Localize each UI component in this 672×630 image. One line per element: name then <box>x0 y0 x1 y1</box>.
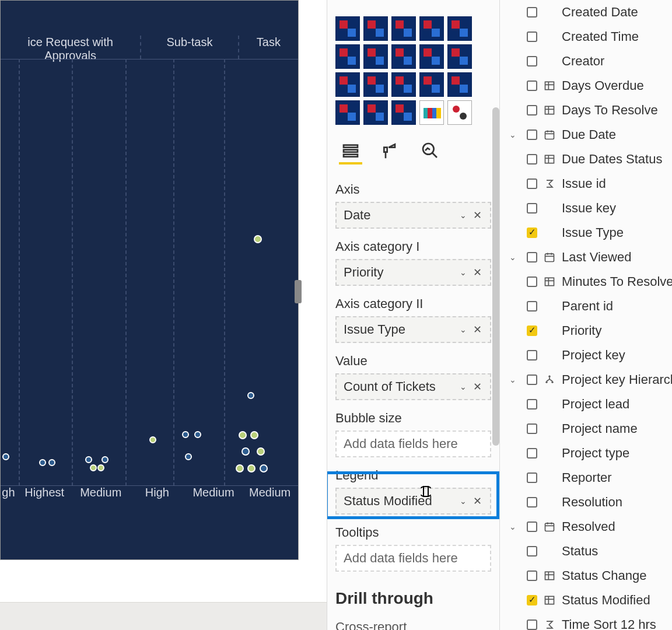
scrollbar[interactable] <box>492 107 499 630</box>
field-row[interactable]: Created Time <box>502 24 672 49</box>
well-axis-cat2[interactable]: Issue Type ⌄ ✕ <box>335 316 491 343</box>
well-axis-cat1[interactable]: Priority ⌄ ✕ <box>335 259 491 286</box>
field-row[interactable]: Priority <box>502 318 672 343</box>
expand-chevron-icon[interactable]: ⌄ <box>509 375 521 384</box>
field-row[interactable]: Reporter <box>502 466 672 490</box>
field-checkbox[interactable] <box>527 276 537 287</box>
field-row[interactable]: Due Dates Status <box>502 147 672 172</box>
field-row[interactable]: Status Modified <box>502 588 672 612</box>
fields-tab-icon[interactable] <box>339 139 362 162</box>
remove-field-icon[interactable]: ✕ <box>471 495 483 508</box>
field-row[interactable]: Project name <box>502 416 672 441</box>
field-checkbox[interactable] <box>527 203 537 214</box>
field-checkbox[interactable] <box>527 497 537 508</box>
field-checkbox[interactable] <box>527 546 537 556</box>
remove-field-icon[interactable]: ✕ <box>471 266 483 279</box>
field-checkbox[interactable] <box>527 620 537 630</box>
field-checkbox[interactable] <box>527 56 537 66</box>
field-checkbox[interactable] <box>527 399 537 410</box>
field-row[interactable]: Creator <box>502 49 672 74</box>
remove-field-icon[interactable]: ✕ <box>471 323 483 336</box>
field-row[interactable]: Days To Resolve <box>502 98 672 123</box>
expand-chevron-icon[interactable]: ⌄ <box>509 253 521 262</box>
chevron-down-icon[interactable]: ⌄ <box>457 268 469 277</box>
scrollbar-thumb[interactable] <box>492 107 499 446</box>
viz-type-thumb[interactable] <box>419 72 444 97</box>
viz-type-thumb[interactable] <box>363 44 388 69</box>
format-tab-icon[interactable] <box>379 139 402 162</box>
viz-type-thumb[interactable] <box>335 44 360 69</box>
viz-type-thumb[interactable] <box>447 100 472 125</box>
page-tab-strip[interactable] <box>0 602 327 630</box>
expand-chevron-icon[interactable]: ⌄ <box>509 130 521 139</box>
field-checkbox[interactable] <box>527 130 537 140</box>
well-tooltips[interactable]: Add data fields here <box>335 545 491 572</box>
viz-type-thumb[interactable] <box>335 16 360 41</box>
field-checkbox[interactable] <box>527 7 537 18</box>
viz-type-thumb[interactable] <box>419 100 444 125</box>
field-row[interactable]: Issue Type <box>502 220 672 245</box>
field-checkbox[interactable] <box>527 154 537 164</box>
viz-type-thumb[interactable] <box>419 16 444 41</box>
field-checkbox[interactable] <box>527 595 537 606</box>
field-checkbox[interactable] <box>527 570 537 581</box>
viz-type-thumb[interactable] <box>391 100 416 125</box>
field-checkbox[interactable] <box>527 473 537 483</box>
field-checkbox[interactable] <box>527 178 537 189</box>
field-row[interactable]: Status <box>502 539 672 564</box>
field-row[interactable]: Parent id <box>502 294 672 318</box>
resize-handle[interactable] <box>295 280 302 303</box>
field-checkbox[interactable] <box>527 228 537 238</box>
remove-field-icon[interactable]: ✕ <box>471 209 483 222</box>
expand-chevron-icon[interactable]: ⌄ <box>509 522 521 531</box>
viz-type-thumb[interactable] <box>447 44 472 69</box>
field-row[interactable]: ⌄Last Viewed <box>502 245 672 270</box>
field-checkbox[interactable] <box>527 32 537 42</box>
field-row[interactable]: ⌄Due Date <box>502 123 672 147</box>
field-row[interactable]: Minutes To Resolve <box>502 270 672 294</box>
field-row[interactable]: Days Overdue <box>502 74 672 98</box>
field-row[interactable]: Project key <box>502 343 672 368</box>
viz-type-thumb[interactable] <box>363 100 388 125</box>
field-checkbox[interactable] <box>527 105 537 116</box>
viz-type-thumb[interactable] <box>391 72 416 97</box>
well-axis[interactable]: Date ⌄ ✕ <box>335 202 491 229</box>
viz-type-thumb[interactable] <box>447 72 472 97</box>
field-row[interactable]: Issue id <box>502 172 672 196</box>
field-checkbox[interactable] <box>527 326 537 336</box>
field-checkbox[interactable] <box>527 350 537 360</box>
report-canvas[interactable]: ice Request with Approvals Sub-task Task <box>0 0 327 630</box>
viz-type-thumb[interactable] <box>391 44 416 69</box>
viz-type-thumb[interactable] <box>335 72 360 97</box>
field-checkbox[interactable] <box>527 522 537 532</box>
field-row[interactable]: Time Sort 12 hrs <box>502 612 672 630</box>
chevron-down-icon[interactable]: ⌄ <box>457 496 469 506</box>
field-checkbox[interactable] <box>527 80 537 91</box>
field-row[interactable]: ⌄Project key Hierarchy <box>502 368 672 392</box>
field-row[interactable]: Issue key <box>502 196 672 220</box>
viz-type-thumb[interactable] <box>419 44 444 69</box>
viz-type-thumb[interactable] <box>363 72 388 97</box>
viz-type-thumb[interactable] <box>335 100 360 125</box>
analytics-tab-icon[interactable] <box>418 139 442 162</box>
field-checkbox[interactable] <box>527 374 537 385</box>
viz-type-thumb[interactable] <box>363 16 388 41</box>
chevron-down-icon[interactable]: ⌄ <box>457 382 469 391</box>
field-checkbox[interactable] <box>527 424 537 434</box>
chart-visual[interactable]: ice Request with Approvals Sub-task Task <box>0 0 299 560</box>
viz-type-thumb[interactable] <box>391 16 416 41</box>
viz-type-thumb[interactable] <box>447 16 472 41</box>
remove-field-icon[interactable]: ✕ <box>471 380 483 393</box>
well-bubble[interactable]: Add data fields here <box>335 430 491 457</box>
field-row[interactable]: Status Change <box>502 564 672 588</box>
field-row[interactable]: Project type <box>502 441 672 466</box>
well-value-field[interactable]: Count of Tickets ⌄ ✕ <box>335 373 491 400</box>
field-row[interactable]: Created Date <box>502 0 672 24</box>
field-row[interactable]: Resolution <box>502 490 672 514</box>
field-checkbox[interactable] <box>527 448 537 459</box>
field-checkbox[interactable] <box>527 301 537 312</box>
chevron-down-icon[interactable]: ⌄ <box>457 211 469 220</box>
well-legend[interactable]: Status Modified ⌄ ✕ <box>335 488 491 514</box>
field-row[interactable]: Project lead <box>502 392 672 416</box>
field-row[interactable]: ⌄Resolved <box>502 514 672 539</box>
